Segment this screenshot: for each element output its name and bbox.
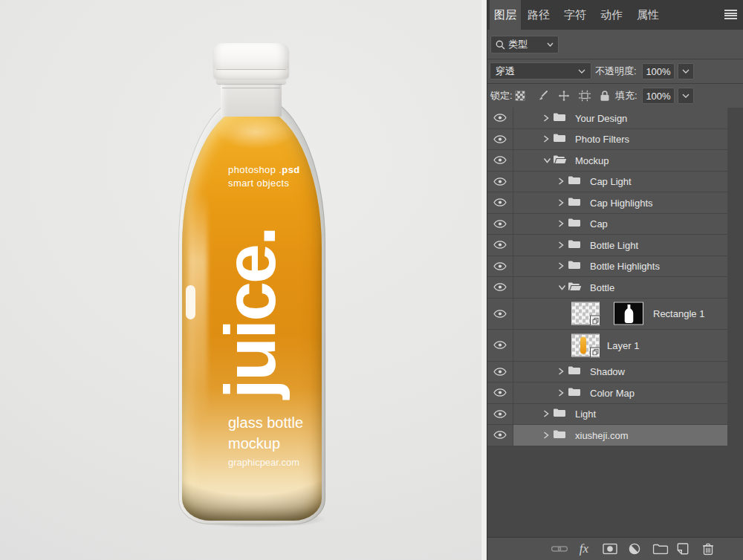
expand-arrow-icon[interactable]	[558, 198, 564, 206]
eye-icon	[493, 135, 507, 143]
expand-arrow-icon[interactable]	[558, 388, 564, 397]
layer-row[interactable]: Bottle	[487, 277, 727, 299]
shoulder-highlight	[204, 110, 307, 154]
layer-name: Light	[575, 408, 596, 420]
fill-label: 填充:	[615, 89, 637, 102]
visibility-toggle[interactable]	[487, 299, 513, 330]
blend-mode-value: 穿透	[496, 65, 515, 78]
layer-row[interactable]: Photo Filters	[487, 129, 727, 151]
layer-name: Bottle Light	[590, 239, 638, 250]
layer-row[interactable]: Cap Highlights	[487, 192, 727, 214]
expand-arrow-icon[interactable]	[558, 241, 564, 249]
glass-highlight-bar	[186, 285, 195, 319]
eye-icon	[493, 388, 507, 397]
visibility-toggle[interactable]	[487, 214, 513, 235]
expand-arrow-icon[interactable]	[558, 220, 564, 228]
layer-row[interactable]: Cap	[487, 214, 727, 235]
visibility-toggle[interactable]	[487, 256, 513, 277]
filter-kind-dropdown[interactable]: 类型	[490, 36, 559, 53]
tab-actions[interactable]: 动作	[596, 0, 627, 30]
layer-thumbnail[interactable]	[571, 333, 600, 356]
layers-list: Your DesignPhoto FiltersMockupCap LightC…	[487, 108, 727, 446]
layer-row[interactable]: Bottle Highlights	[487, 256, 727, 278]
eye-icon	[493, 156, 507, 164]
visibility-toggle[interactable]	[487, 425, 513, 446]
add-layer-mask-icon[interactable]	[603, 544, 617, 555]
smart-object-badge-icon	[590, 347, 600, 357]
visibility-toggle[interactable]	[487, 150, 513, 171]
expand-arrow-icon[interactable]	[558, 368, 564, 376]
delete-layer-icon[interactable]	[702, 543, 714, 556]
layer-name: Layer 1	[607, 339, 639, 351]
layer-thumbnail[interactable]	[571, 302, 600, 325]
layer-row[interactable]: Layer 1	[487, 330, 727, 362]
new-adjustment-layer-icon[interactable]	[629, 543, 640, 555]
visibility-toggle[interactable]	[487, 404, 513, 425]
visibility-toggle[interactable]	[487, 277, 513, 298]
visibility-toggle[interactable]	[487, 108, 513, 128]
fill-dropdown-button[interactable]	[678, 88, 694, 104]
layer-row[interactable]: Light	[487, 404, 727, 426]
layer-row[interactable]: Cap Light	[487, 172, 727, 193]
visibility-toggle[interactable]	[487, 362, 513, 382]
eye-icon	[493, 368, 507, 376]
layer-row[interactable]: Bottle Light	[487, 235, 727, 256]
tab-layers[interactable]: 图层	[490, 0, 521, 30]
eye-icon	[493, 178, 507, 186]
layer-row[interactable]: Your Design	[487, 108, 727, 129]
layer-name: Photo Filters	[575, 134, 629, 145]
collapse-arrow-icon[interactable]	[543, 157, 551, 163]
lock-transparent-pixels-icon[interactable]	[516, 91, 525, 101]
visibility-toggle[interactable]	[487, 330, 513, 361]
tab-properties[interactable]: 属性	[632, 0, 663, 30]
new-group-icon[interactable]	[653, 544, 669, 555]
bottle-brand-text: juice.	[202, 213, 299, 414]
layer-name: Bottle Highlights	[590, 261, 660, 272]
fill-value-field[interactable]: 100%	[642, 88, 675, 104]
eye-icon	[493, 431, 507, 439]
lock-artboard-nesting-icon[interactable]	[579, 91, 591, 102]
lock-position-icon[interactable]	[559, 91, 570, 102]
expand-arrow-icon[interactable]	[543, 410, 549, 418]
bottle-label-bottom2: mockup	[228, 435, 280, 452]
layer-name: Bottle	[590, 281, 614, 293]
visibility-toggle[interactable]	[487, 129, 513, 150]
eye-icon	[493, 241, 507, 249]
visibility-toggle[interactable]	[487, 235, 513, 255]
visibility-toggle[interactable]	[487, 172, 513, 192]
lock-image-pixels-icon[interactable]	[537, 91, 548, 102]
collapse-arrow-icon[interactable]	[558, 284, 566, 290]
link-layers-icon[interactable]	[551, 544, 568, 553]
visibility-toggle[interactable]	[487, 192, 513, 213]
panel-menu-icon[interactable]	[724, 10, 737, 19]
eye-icon	[493, 262, 507, 270]
layer-name: xiusheji.com	[575, 429, 629, 440]
layer-mask-thumbnail[interactable]	[614, 302, 643, 325]
expand-arrow-icon[interactable]	[543, 114, 549, 122]
layer-name: Cap Light	[590, 176, 632, 187]
layer-row[interactable]: xiusheji.com	[487, 425, 727, 446]
layer-row[interactable]: Mockup	[487, 150, 727, 172]
eye-icon	[493, 283, 507, 291]
layer-row[interactable]: Color Map	[487, 382, 727, 404]
lock-all-icon[interactable]	[600, 91, 610, 102]
blend-mode-dropdown[interactable]: 穿透	[490, 62, 591, 79]
layer-name: Color Map	[590, 387, 635, 398]
layer-styles-fx-icon[interactable]: fx	[580, 541, 588, 556]
opacity-value-field[interactable]: 100%	[642, 63, 675, 79]
blend-mode-row: 穿透 不透明度: 100%	[487, 59, 743, 83]
new-layer-icon[interactable]	[677, 543, 690, 556]
document-canvas[interactable]: photoshop .psd smart objects juice. glas…	[0, 0, 481, 560]
visibility-toggle[interactable]	[487, 382, 513, 403]
expand-arrow-icon[interactable]	[558, 178, 564, 186]
expand-arrow-icon[interactable]	[543, 135, 549, 143]
tab-paths[interactable]: 路径	[523, 0, 554, 30]
expand-arrow-icon[interactable]	[558, 262, 564, 270]
layers-panel: 图层 路径 字符 动作 属性 类型 T	[487, 0, 743, 560]
opacity-dropdown-button[interactable]	[678, 63, 694, 79]
tab-character[interactable]: 字符	[559, 0, 591, 30]
layer-row[interactable]: Shadow	[487, 362, 727, 383]
expand-arrow-icon[interactable]	[543, 431, 549, 439]
layer-row[interactable]: Rectangle 1	[487, 299, 727, 331]
panel-bottom-toolbar: fx	[487, 537, 743, 560]
